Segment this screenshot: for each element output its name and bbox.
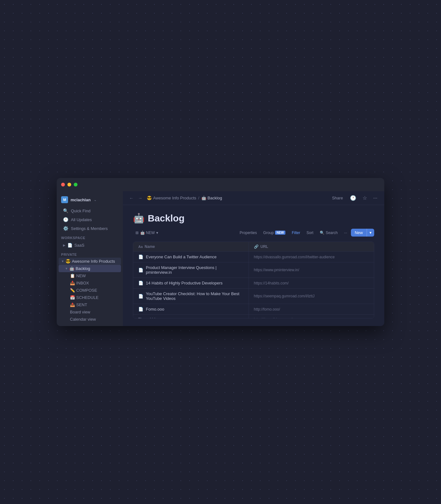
column-header-url: 🔗 URL — [249, 242, 374, 251]
table-row[interactable]: 📄 Everyone Can Build a Twitter Audience … — [133, 252, 374, 262]
robot-icon: 🤖 — [69, 266, 74, 271]
new-button-label: New — [351, 229, 367, 237]
cell-url: https://seempaq.gumroad.com/l/lzttJ — [249, 289, 374, 304]
share-button[interactable]: Share — [329, 194, 346, 202]
cell-name: 📄 14 Habits of Highly Productive Develop… — [133, 278, 249, 288]
breadcrumb: 😎 Awesome Info Products / 🤖 Backlog — [147, 196, 326, 200]
new-button[interactable]: New ▾ — [351, 229, 374, 237]
column-header-name: Aa Name — [133, 242, 249, 251]
back-arrow[interactable]: ← — [128, 195, 135, 201]
sidebar: M mclachlan ⌄ 🔍 Quick Find 🕐 All Updates… — [57, 191, 123, 326]
cell-name: 📄 Product Manager Interview Questions | … — [133, 262, 249, 278]
cell-url: https://dvassallo.gumroad.com/l/twitter-… — [249, 252, 374, 262]
more-options-button[interactable]: ··· — [341, 229, 350, 236]
doc-icon: 📄 — [138, 294, 143, 299]
group-url: http://threadideas.com/ — [249, 315, 374, 318]
cell-url: https://14habits.com/ — [249, 278, 374, 288]
breadcrumb-label: Backlog — [208, 196, 222, 200]
sidebar-item-awesome-info[interactable]: ▼ 😎 Awesome Info Products — [59, 258, 121, 265]
app-window: M mclachlan ⌄ 🔍 Quick Find 🕐 All Updates… — [57, 178, 384, 326]
view-selector[interactable]: ⊞ 🤖 NEW ▾ — [133, 229, 161, 236]
sidebar-item-quick-find[interactable]: 🔍 Quick Find — [59, 207, 121, 215]
view-caret-icon: ▾ — [156, 231, 158, 235]
sidebar-item-label: SENT — [76, 302, 87, 307]
properties-button[interactable]: Properties — [237, 229, 260, 236]
sidebar-item-label: Backlog — [76, 266, 90, 271]
page-title: 🤖 Backlog — [133, 213, 374, 224]
doc-icon: 📄 — [138, 268, 143, 272]
minimize-button[interactable] — [67, 183, 71, 186]
close-button[interactable] — [61, 183, 65, 186]
breadcrumb-icon: 😎 — [147, 196, 152, 200]
cell-url: http://fomo.ooo/ — [249, 304, 374, 314]
sidebar-item-sent[interactable]: 📤 SENT — [59, 301, 121, 308]
sidebar-item-label: COMPOSE — [76, 288, 97, 293]
private-section-label: PRIVATE — [57, 249, 123, 258]
user-menu[interactable]: M mclachlan ⌄ — [57, 194, 123, 205]
page-content: 🤖 Backlog ⊞ 🤖 NEW ▾ Properties Group NEW — [123, 205, 384, 326]
search-icon: 🔍 — [320, 231, 324, 235]
cell-name: 📄 YouTube Creator Checklist: How to Make… — [133, 289, 249, 304]
text-icon: Aa — [138, 245, 143, 249]
breadcrumb-separator: / — [198, 196, 199, 200]
nav-arrows: ← → — [128, 195, 144, 201]
filter-button[interactable]: Filter — [289, 229, 303, 236]
breadcrumb-awesome-info[interactable]: 😎 Awesome Info Products — [147, 196, 196, 200]
avatar: M — [61, 196, 68, 203]
gear-icon: ⚙️ — [63, 226, 68, 231]
caret-icon: ▼ — [61, 260, 64, 263]
sidebar-item-schedule[interactable]: 📅 SCHEDULE — [59, 294, 121, 301]
nav-actions: Share 🕐 ☆ ··· — [329, 194, 379, 202]
search-button[interactable]: 🔍 Search — [317, 229, 340, 236]
sidebar-item-label: NEW — [76, 273, 86, 278]
sidebar-item-label: Calendar view — [70, 317, 96, 322]
sidebar-item-settings[interactable]: ⚙️ Settings & Members — [59, 224, 121, 232]
sidebar-item-backlog[interactable]: ▼ 🤖 Backlog — [59, 265, 121, 272]
star-icon[interactable]: ☆ — [361, 194, 369, 202]
history-icon[interactable]: 🕐 — [348, 194, 358, 202]
emoji-icon: 😎 — [66, 259, 71, 264]
search-icon: 🔍 — [63, 208, 68, 213]
more-icon[interactable]: ··· — [371, 194, 379, 202]
content-area: ← → 😎 Awesome Info Products / 🤖 Backlog — [123, 191, 384, 326]
sidebar-item-compose[interactable]: ✏️ COMPOSE — [59, 287, 121, 294]
breadcrumb-icon: 🤖 — [201, 196, 206, 200]
sidebar-item-calendar-view[interactable]: Calendar view — [59, 316, 121, 323]
inbox-icon: 📥 — [70, 281, 75, 285]
breadcrumb-backlog[interactable]: 🤖 Backlog — [201, 196, 222, 200]
sort-button[interactable]: Sort — [304, 229, 316, 236]
main-layout: M mclachlan ⌄ 🔍 Quick Find 🕐 All Updates… — [57, 191, 384, 326]
table-toolbar: ⊞ 🤖 NEW ▾ Properties Group NEW Filter So… — [133, 229, 374, 237]
caret-icon: ▼ — [65, 267, 68, 270]
sidebar-item-all-updates[interactable]: 🕐 All Updates — [59, 215, 121, 224]
sidebar-item-inbox[interactable]: 📥 INBOX — [59, 279, 121, 287]
table-row[interactable]: 📄 YouTube Creator Checklist: How to Make… — [133, 289, 374, 304]
clock-icon: 🕐 — [63, 217, 68, 222]
maximize-button[interactable] — [74, 183, 77, 186]
doc-icon: 📄 — [67, 243, 72, 248]
group-button[interactable]: Group NEW — [261, 229, 288, 236]
doc-icon: 📄 — [138, 255, 143, 259]
content-navbar: ← → 😎 Awesome Info Products / 🤖 Backlog — [123, 191, 384, 205]
group-label: Thread ideas — [133, 315, 249, 318]
table-row[interactable]: 📄 14 Habits of Highly Productive Develop… — [133, 278, 374, 289]
table-row[interactable]: 📄 Product Manager Interview Questions | … — [133, 262, 374, 278]
data-table: Aa Name 🔗 URL 📄 Everyone Can Build a Twi… — [133, 242, 374, 318]
group-new-badge: NEW — [275, 231, 285, 235]
user-caret-icon: ⌄ — [94, 198, 96, 202]
doc-icon: 📄 — [138, 307, 143, 312]
sidebar-item-label: Awesome Info Products — [72, 259, 115, 264]
sidebar-item-board-view[interactable]: Board view — [59, 308, 121, 316]
forward-arrow[interactable]: → — [137, 195, 144, 201]
sidebar-item-new[interactable]: 📋 NEW — [59, 272, 121, 279]
sidebar-item-label: Board view — [70, 310, 90, 314]
cell-url: https://www.pminterview.in/ — [249, 262, 374, 278]
sidebar-item-label: SCHEDULE — [76, 295, 99, 300]
workspace-section-label: WORKSPACE — [57, 233, 123, 241]
sidebar-item-label: All Updates — [71, 217, 92, 222]
sidebar-item-saas[interactable]: ▶ 📄 SaaS — [59, 241, 121, 249]
sidebar-tree: ▼ 😎 Awesome Info Products ▼ 🤖 Backlog 📋 … — [57, 258, 123, 323]
cell-name: 📄 Everyone Can Build a Twitter Audience — [133, 252, 249, 262]
caret-icon: ▶ — [63, 243, 66, 247]
table-row[interactable]: 📄 Fomo.ooo http://fomo.ooo/ — [133, 304, 374, 315]
